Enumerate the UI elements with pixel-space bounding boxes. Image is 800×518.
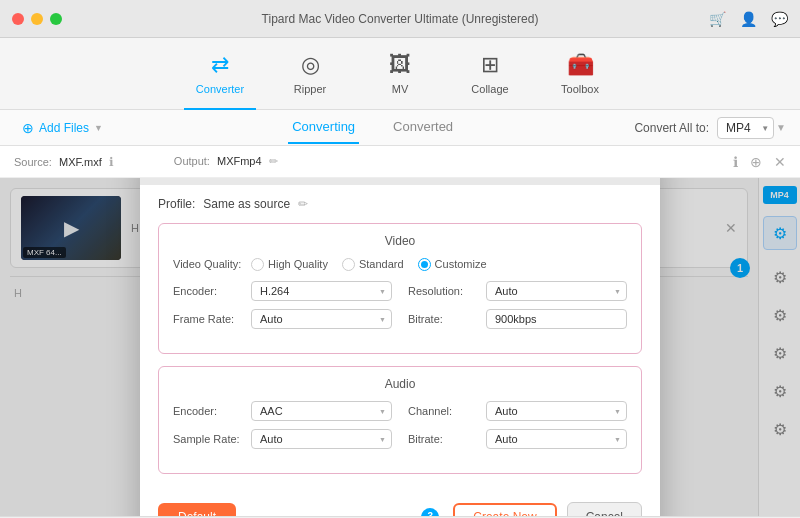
navtabs-left: ⊕ Add Files ▼ bbox=[0, 116, 111, 140]
bitrate-input[interactable] bbox=[486, 309, 627, 329]
toolbox-label: Toolbox bbox=[561, 83, 599, 95]
frame-rate-select[interactable]: Auto 24 30 bbox=[251, 309, 392, 329]
sample-rate-select-wrap: Auto 44100 48000 bbox=[251, 429, 392, 449]
toolbar-collage[interactable]: ⊞ Collage bbox=[445, 38, 535, 110]
dialog-titlebar: ✕ Ed 2 file bbox=[140, 178, 660, 185]
quality-standard-label: Standard bbox=[359, 258, 404, 270]
tab-converted[interactable]: Converted bbox=[389, 111, 457, 144]
maximize-button[interactable] bbox=[50, 13, 62, 25]
cancel-button[interactable]: Cancel bbox=[567, 502, 642, 517]
bitrate-row: Bitrate: bbox=[408, 309, 627, 329]
plus-icon: ⊕ bbox=[22, 120, 34, 136]
file-header-actions: ℹ ⊕ ✕ bbox=[733, 154, 786, 170]
sample-rate-select[interactable]: Auto 44100 48000 bbox=[251, 429, 392, 449]
navtabs: ⊕ Add Files ▼ Converting Converted Conve… bbox=[0, 110, 800, 146]
video-quality-row: Video Quality: High Quality Standard bbox=[173, 258, 627, 271]
encoder-label: Encoder: bbox=[173, 285, 243, 297]
collage-label: Collage bbox=[471, 83, 508, 95]
step-3-badge: 3 bbox=[421, 508, 439, 517]
converter-label: Converter bbox=[196, 83, 244, 95]
format-select[interactable]: MP4 MKV AVI bbox=[717, 117, 774, 139]
audio-bitrate-row: Bitrate: Auto 128kbps 256kbps bbox=[408, 429, 627, 449]
audio-encoder-row: Encoder: AAC MP3 AC3 bbox=[173, 401, 392, 421]
converter-icon: ⇄ bbox=[211, 52, 229, 78]
close-button[interactable] bbox=[12, 13, 24, 25]
source-label: Source: MXF.mxf ℹ bbox=[14, 155, 114, 169]
collage-icon: ⊞ bbox=[481, 52, 499, 78]
settings-icon[interactable]: ⊕ bbox=[750, 154, 762, 170]
profile-value: Same as source bbox=[203, 197, 290, 211]
source-filename: MXF.mxf bbox=[59, 156, 102, 168]
toolbar-toolbox[interactable]: 🧰 Toolbox bbox=[535, 38, 625, 110]
audio-encoder-select-wrap: AAC MP3 AC3 bbox=[251, 401, 392, 421]
audio-bitrate-select-wrap: Auto 128kbps 256kbps bbox=[486, 429, 627, 449]
audio-bitrate-select[interactable]: Auto 128kbps 256kbps bbox=[486, 429, 627, 449]
mv-label: MV bbox=[392, 83, 409, 95]
toolbar-converter[interactable]: ⇄ Converter bbox=[175, 38, 265, 110]
video-section-label: Video bbox=[173, 234, 627, 248]
encoder-select[interactable]: H.264 H.265 MPEG-4 bbox=[251, 281, 392, 301]
convert-dropdown-icon[interactable]: ▼ bbox=[776, 122, 786, 133]
modal-backdrop: ✕ Ed 2 file Profile: Same as source ✏ bbox=[0, 178, 800, 516]
profile-edit-icon[interactable]: ✏ bbox=[298, 197, 308, 211]
channel-select-wrap: Auto Stereo Mono bbox=[486, 401, 627, 421]
cart-icon[interactable]: 🛒 bbox=[709, 11, 726, 27]
app-title: Tipard Mac Video Converter Ultimate (Unr… bbox=[262, 12, 539, 26]
create-new-button[interactable]: Create New bbox=[453, 503, 556, 517]
tab-converting[interactable]: Converting bbox=[288, 111, 359, 144]
info-details-icon[interactable]: ℹ bbox=[733, 154, 738, 170]
quality-high-label: High Quality bbox=[268, 258, 328, 270]
radio-customize[interactable] bbox=[418, 258, 431, 271]
audio-section-label: Audio bbox=[173, 377, 627, 391]
dialog-body: Profile: Same as source ✏ Video Video Qu… bbox=[140, 185, 660, 502]
resolution-row: Resolution: Auto 1920x1080 1280x720 bbox=[408, 281, 627, 301]
toolbar-ripper[interactable]: ◎ Ripper bbox=[265, 38, 355, 110]
close-file-icon[interactable]: ✕ bbox=[774, 154, 786, 170]
profile-row: Profile: Same as source ✏ bbox=[158, 197, 642, 211]
ripper-icon: ◎ bbox=[301, 52, 320, 78]
edit-filename-icon[interactable]: ✏ bbox=[269, 155, 278, 167]
add-files-label: Add Files bbox=[39, 121, 89, 135]
output-filename: MXFmp4 bbox=[217, 155, 262, 167]
sample-rate-label: Sample Rate: bbox=[173, 433, 243, 445]
default-button[interactable]: Default bbox=[158, 503, 236, 517]
audio-form-grid: Encoder: AAC MP3 AC3 Channel: bbox=[173, 401, 627, 449]
frame-rate-label: Frame Rate: bbox=[173, 313, 243, 325]
encoder-row: Encoder: H.264 H.265 MPEG-4 bbox=[173, 281, 392, 301]
channel-select[interactable]: Auto Stereo Mono bbox=[486, 401, 627, 421]
toolbar: ⇄ Converter ◎ Ripper 🖼 MV ⊞ Collage 🧰 To… bbox=[0, 38, 800, 110]
audio-encoder-label: Encoder: bbox=[173, 405, 243, 417]
titlebar: Tipard Mac Video Converter Ultimate (Unr… bbox=[0, 0, 800, 38]
chat-icon[interactable]: 💬 bbox=[771, 11, 788, 27]
add-files-button[interactable]: ⊕ Add Files ▼ bbox=[14, 116, 111, 140]
radio-standard[interactable] bbox=[342, 258, 355, 271]
radio-high[interactable] bbox=[251, 258, 264, 271]
channel-label: Channel: bbox=[408, 405, 478, 417]
quality-customize[interactable]: Customize bbox=[418, 258, 487, 271]
toolbar-mv[interactable]: 🖼 MV bbox=[355, 38, 445, 110]
resolution-select[interactable]: Auto 1920x1080 1280x720 bbox=[486, 281, 627, 301]
quality-customize-label: Customize bbox=[435, 258, 487, 270]
main-content: ▶ MXF 64... H ✕ H MP4 ⚙ ⚙ ⚙ ⚙ ⚙ ⚙ ✕ bbox=[0, 178, 800, 516]
info-icon[interactable]: ℹ bbox=[109, 155, 114, 169]
sample-rate-row: Sample Rate: Auto 44100 48000 bbox=[173, 429, 392, 449]
quality-high[interactable]: High Quality bbox=[251, 258, 328, 271]
channel-row: Channel: Auto Stereo Mono bbox=[408, 401, 627, 421]
audio-encoder-select[interactable]: AAC MP3 AC3 bbox=[251, 401, 392, 421]
toolbox-icon: 🧰 bbox=[567, 52, 594, 78]
output-label: Output: MXFmp4 ✏ bbox=[174, 155, 278, 168]
navtabs-center: Converting Converted bbox=[111, 111, 634, 144]
user-icon[interactable]: 👤 bbox=[740, 11, 757, 27]
add-files-dropdown-icon[interactable]: ▼ bbox=[94, 123, 103, 133]
minimize-button[interactable] bbox=[31, 13, 43, 25]
dialog-footer: Default 3 Create New Cancel bbox=[140, 502, 660, 517]
convert-all-label: Convert All to: bbox=[634, 121, 709, 135]
quality-standard[interactable]: Standard bbox=[342, 258, 404, 271]
navtabs-right: Convert All to: MP4 MKV AVI ▼ bbox=[634, 117, 800, 139]
traffic-lights bbox=[12, 13, 62, 25]
bitrate-label: Bitrate: bbox=[408, 313, 478, 325]
file-header: Source: MXF.mxf ℹ Output: MXFmp4 ✏ ℹ ⊕ ✕ bbox=[0, 146, 800, 178]
titlebar-actions: 🛒 👤 💬 bbox=[709, 11, 788, 27]
format-select-wrapper: MP4 MKV AVI bbox=[717, 117, 774, 139]
video-section: Video Video Quality: High Quality bbox=[158, 223, 642, 354]
